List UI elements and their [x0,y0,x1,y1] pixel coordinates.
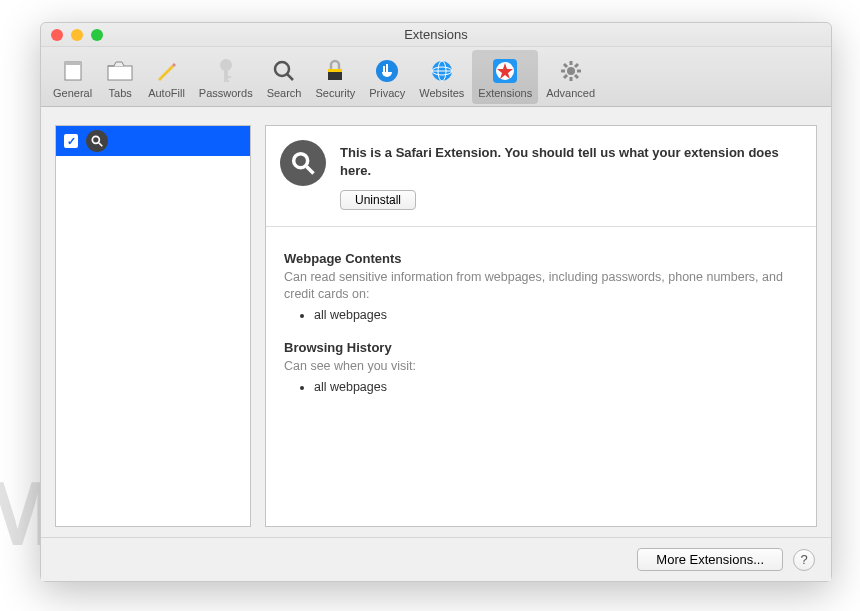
svg-line-31 [307,167,314,174]
extensions-sidebar: ✓ [55,125,251,527]
svg-point-19 [567,67,575,75]
tab-passwords[interactable]: Passwords [193,50,259,104]
more-extensions-button[interactable]: More Extensions... [637,548,783,571]
tab-privacy[interactable]: Privacy [363,50,411,104]
svg-line-29 [99,143,103,147]
traffic-lights [51,29,103,41]
tab-label: AutoFill [148,87,185,99]
tab-label: Extensions [478,87,532,99]
tab-websites[interactable]: Websites [413,50,470,104]
svg-point-28 [92,136,99,143]
sidebar-item-extension[interactable]: ✓ [56,126,250,156]
svg-line-8 [287,74,293,80]
tab-label: General [53,87,92,99]
svg-point-30 [294,154,308,168]
tab-label: Advanced [546,87,595,99]
tab-tabs[interactable]: Tabs [100,50,140,104]
bullet-item: all webpages [314,380,798,394]
detail-header: This is a Safari Extension. You should t… [266,126,816,227]
section-title: Webpage Contents [284,251,798,266]
tab-label: Search [267,87,302,99]
extension-detail: This is a Safari Extension. You should t… [265,125,817,527]
general-icon [59,57,87,85]
tab-label: Tabs [109,87,132,99]
section-desc: Can read sensitive information from webp… [284,269,798,302]
detail-body: Webpage Contents Can read sensitive info… [266,227,816,436]
advanced-icon [557,57,585,85]
preferences-window: Extensions General Tabs AutoFill Passwor… [40,22,832,582]
svg-line-26 [564,75,567,78]
titlebar: Extensions [41,23,831,47]
window-footer: More Extensions... ? [41,537,831,581]
svg-point-3 [220,59,232,71]
tab-label: Websites [419,87,464,99]
security-icon [321,57,349,85]
window-title: Extensions [41,27,831,42]
tabs-icon [106,57,134,85]
autofill-icon [152,57,180,85]
extensions-icon [491,57,519,85]
tab-extensions[interactable]: Extensions [472,50,538,104]
uninstall-button[interactable]: Uninstall [340,190,416,210]
close-icon[interactable] [51,29,63,41]
preferences-toolbar: General Tabs AutoFill Passwords Search [41,47,831,107]
extension-checkbox[interactable]: ✓ [64,134,78,148]
bullet-item: all webpages [314,308,798,322]
extension-icon [86,130,108,152]
tab-label: Passwords [199,87,253,99]
tab-search[interactable]: Search [261,50,308,104]
help-button[interactable]: ? [793,549,815,571]
section-desc: Can see when you visit: [284,358,798,374]
search-icon [270,57,298,85]
svg-line-25 [575,75,578,78]
minimize-icon[interactable] [71,29,83,41]
svg-point-7 [275,62,289,76]
extension-description: This is a Safari Extension. You should t… [340,144,802,180]
privacy-icon [373,57,401,85]
tab-autofill[interactable]: AutoFill [142,50,191,104]
svg-line-27 [575,64,578,67]
svg-rect-6 [224,80,229,82]
tab-label: Privacy [369,87,405,99]
svg-rect-10 [328,69,342,72]
content-area: ✓ This is a Safari Extension. You should… [41,107,831,537]
svg-rect-2 [108,66,132,80]
zoom-icon[interactable] [91,29,103,41]
passwords-icon [212,57,240,85]
svg-line-24 [564,64,567,67]
svg-rect-5 [224,76,231,78]
svg-rect-1 [65,62,81,65]
tab-advanced[interactable]: Advanced [540,50,601,104]
tab-general[interactable]: General [47,50,98,104]
websites-icon [428,57,456,85]
tab-security[interactable]: Security [309,50,361,104]
tab-label: Security [315,87,355,99]
extension-large-icon [280,140,326,186]
section-title: Browsing History [284,340,798,355]
